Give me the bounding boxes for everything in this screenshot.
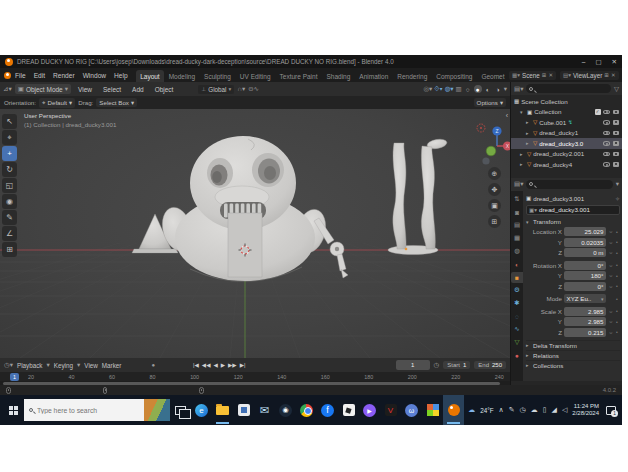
menu-window[interactable]: Window xyxy=(79,72,110,79)
animate-dot[interactable]: • xyxy=(616,329,620,335)
new-viewlayer-icon[interactable]: ⊞ xyxy=(604,72,609,78)
next-keyframe-button[interactable]: ▶▶ xyxy=(228,362,237,368)
taskbar-media-player[interactable]: ▶ xyxy=(359,395,380,425)
hide-eye-icon[interactable] xyxy=(603,152,610,157)
sidebar-toggle-icon[interactable]: ‹ xyxy=(506,112,508,119)
tab-modifiers-icon[interactable]: ⚙ xyxy=(511,285,523,296)
tab-world-icon[interactable]: ◐ xyxy=(511,259,523,270)
viewlayer-selector[interactable]: ▤▾ ViewLayer ⊞ ✕ xyxy=(560,71,618,80)
battery-icon[interactable]: ▯ xyxy=(543,406,547,414)
tab-physics-icon[interactable]: ◌ xyxy=(511,311,523,322)
location-x-field[interactable]: 25.029 xyxy=(564,227,606,236)
animate-dot[interactable]: • xyxy=(616,283,620,289)
camera-view-icon[interactable]: ▣ xyxy=(488,199,501,212)
outliner-row-collection[interactable]: ▾ ▣ Collection ✓ xyxy=(511,107,622,118)
object-visibility-icon[interactable]: ◎▾ xyxy=(423,85,432,93)
lock-icon[interactable]: ⌣ xyxy=(608,249,614,256)
shading-rendered-icon[interactable]: ◑ xyxy=(494,85,502,93)
animate-dot[interactable]: • xyxy=(616,229,620,235)
taskbar-blender[interactable] xyxy=(443,395,464,425)
properties-editor-icon[interactable]: ▤▾ xyxy=(514,180,523,188)
hide-eye-icon[interactable] xyxy=(603,120,610,125)
tab-particles-icon[interactable]: ✱ xyxy=(511,298,523,309)
tab-output-icon[interactable]: ▤ xyxy=(511,220,523,231)
expand-arrow[interactable]: ▸ xyxy=(520,161,525,167)
tab-material-icon[interactable]: ● xyxy=(511,350,523,361)
play-reverse-button[interactable]: ◀ xyxy=(213,362,217,368)
news-thumbnail[interactable] xyxy=(144,399,170,421)
shading-dropdown-icon[interactable]: ▾ xyxy=(504,85,507,93)
gizmos-icon[interactable]: ⟐▾ xyxy=(434,85,442,93)
legs-object[interactable] xyxy=(388,138,448,255)
animate-dot[interactable]: • xyxy=(616,273,620,279)
prev-keyframe-button[interactable]: ◀◀ xyxy=(202,362,211,368)
animate-dot[interactable]: • xyxy=(616,262,620,268)
taskbar-game[interactable] xyxy=(422,395,443,425)
notification-center-icon[interactable]: 1 xyxy=(606,406,616,415)
rotation-z-field[interactable]: 0° xyxy=(564,282,606,291)
tab-viewlayer-icon[interactable]: ▦ xyxy=(511,233,523,244)
tab-data-icon[interactable]: ▽ xyxy=(511,337,523,348)
shading-wireframe-icon[interactable]: ○ xyxy=(464,85,472,93)
taskbar-photos[interactable] xyxy=(233,395,254,425)
move-tool[interactable]: + xyxy=(2,146,17,161)
tray-expand-icon[interactable]: ∧ xyxy=(499,406,504,414)
taskbar-search[interactable] xyxy=(24,399,170,421)
measure-tool[interactable]: ∠ xyxy=(2,226,17,241)
location-z-field[interactable]: 0 m xyxy=(564,248,606,257)
weather-temp[interactable]: 24°F xyxy=(480,407,493,414)
menu-object[interactable]: Object xyxy=(151,86,178,93)
playhead[interactable]: 1 xyxy=(10,373,19,381)
menu-marker[interactable]: Marker xyxy=(102,362,122,369)
volume-icon[interactable]: ◁ xyxy=(562,406,567,414)
outliner-row-scene-collection[interactable]: ▦ Scene Collection xyxy=(511,96,622,107)
scale-x-field[interactable]: 2.985 xyxy=(564,307,606,316)
properties-search[interactable] xyxy=(526,180,612,189)
tab-shading[interactable]: Shading xyxy=(322,70,355,82)
task-view-button[interactable] xyxy=(170,395,191,425)
scale-y-field[interactable]: 2.985 xyxy=(564,317,606,326)
transform-tool[interactable]: ◉ xyxy=(2,194,17,209)
taskbar-edge[interactable]: e xyxy=(191,395,212,425)
close-button[interactable]: ✕ xyxy=(612,58,617,66)
properties-options-icon[interactable]: ▾ xyxy=(616,180,619,188)
lock-icon[interactable]: ⌣ xyxy=(608,283,614,290)
lock-icon[interactable]: ⌣ xyxy=(608,239,614,246)
select-box-tool[interactable]: ↖ xyxy=(2,114,17,129)
object-name-field[interactable]: ▣▾ dread_ducky3.001 xyxy=(526,205,620,215)
unlink-scene-icon[interactable]: ✕ xyxy=(548,72,553,78)
animate-dot[interactable]: • xyxy=(616,250,620,256)
timeline-ruler[interactable]: 1 2040 6080 100120 140160 180200 220240 xyxy=(0,372,510,381)
lock-icon[interactable]: ⌣ xyxy=(608,329,614,336)
tab-scene-icon[interactable]: ◍ xyxy=(511,246,523,257)
search-input[interactable] xyxy=(37,407,121,414)
render-camera-icon[interactable] xyxy=(613,152,620,157)
tab-geometry-nodes[interactable]: Geomet xyxy=(477,70,509,82)
overlays-icon[interactable]: ◍▾ xyxy=(445,85,454,93)
annotate-tool[interactable]: ✎ xyxy=(2,210,17,225)
pen-icon[interactable]: ✎ xyxy=(509,406,515,414)
expand-arrow[interactable]: ▸ xyxy=(526,130,531,136)
location-y-field[interactable]: 0.02035 xyxy=(564,238,606,247)
tab-tool-icon[interactable]: ⇅ xyxy=(511,194,523,205)
tab-texture-paint[interactable]: Texture Paint xyxy=(275,70,322,82)
outliner-row-ducky3-selected[interactable]: ▸ ▽ dread_ducky3.0 xyxy=(511,138,622,149)
outliner-row-cube[interactable]: ▸ ▽ Cube.001 ↯ xyxy=(511,117,622,128)
end-frame-field[interactable]: End250 xyxy=(474,361,506,369)
preview-range-icon[interactable]: ◷ xyxy=(434,361,440,369)
animate-dot[interactable]: • xyxy=(616,319,620,325)
taskbar-vanced[interactable]: V xyxy=(380,395,401,425)
hide-eye-icon[interactable] xyxy=(603,131,610,136)
lock-icon[interactable]: ⌣ xyxy=(608,272,614,279)
menu-keying[interactable]: Keying xyxy=(54,362,73,369)
render-camera-icon[interactable] xyxy=(613,162,620,167)
taskbar-chrome[interactable] xyxy=(296,395,317,425)
snap-magnet-icon[interactable]: ∩▾ xyxy=(237,85,245,93)
rotation-x-field[interactable]: 0° xyxy=(564,261,606,270)
outliner-editor-icon[interactable]: ▤▾ xyxy=(514,85,523,93)
new-scene-icon[interactable]: ⊞ xyxy=(542,72,547,78)
animate-dot[interactable]: • xyxy=(616,308,620,314)
menu-select[interactable]: Select xyxy=(99,86,125,93)
menu-view[interactable]: View xyxy=(74,86,96,93)
lock-icon[interactable]: ⌣ xyxy=(608,228,614,235)
